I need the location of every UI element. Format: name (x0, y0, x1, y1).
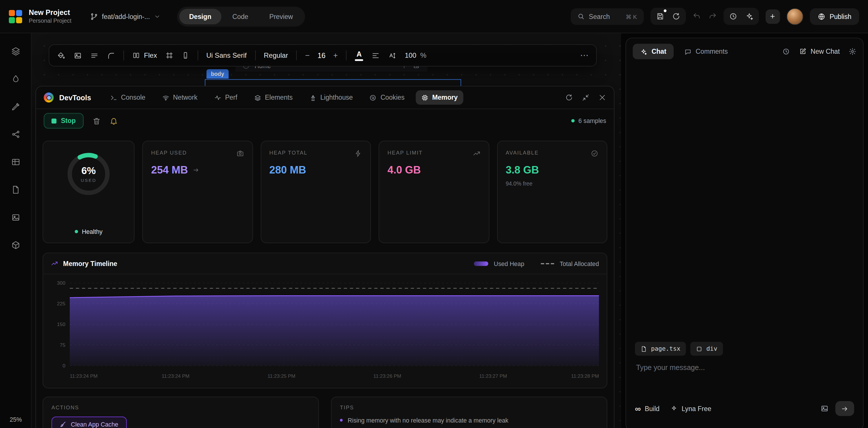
top-bar: New Project Personal Project feat/add-lo… (0, 0, 868, 33)
tab-chat[interactable]: Chat (632, 44, 673, 59)
selection-tag[interactable]: body (206, 69, 228, 79)
pen-icon (11, 102, 20, 111)
devtools-title: DevTools (59, 93, 91, 102)
camera-icon[interactable] (236, 150, 244, 158)
build-mode-selector[interactable]: ∞ Build (635, 404, 660, 413)
context-chip-page[interactable]: page.tsx (635, 342, 686, 355)
history-actions (692, 12, 717, 20)
image-tool-button[interactable] (73, 51, 82, 59)
text-color-swatch (355, 59, 363, 61)
check-circle-icon (591, 150, 598, 158)
usage-gauge: 6% USED (65, 150, 113, 198)
send-button[interactable] (835, 401, 854, 416)
list-tool-button[interactable] (90, 51, 98, 59)
text-color-button[interactable]: A (355, 50, 363, 61)
artboard-icon (165, 51, 173, 59)
opacity-unit: % (420, 51, 426, 59)
tab-cookies[interactable]: Cookies (364, 90, 410, 105)
gauge-percent: 6% (65, 165, 113, 177)
zoom-level[interactable]: 25% (0, 416, 32, 423)
publish-button[interactable]: Publish (810, 8, 859, 25)
model-selector[interactable]: Lyna Free (671, 405, 711, 412)
svg-text:0: 0 (63, 363, 65, 369)
tab-preview[interactable]: Preview (259, 9, 303, 24)
rail-assets-button[interactable] (11, 213, 20, 222)
tips-title: TIPS (340, 404, 598, 410)
context-chip-label: div (706, 345, 717, 352)
chat-settings-button[interactable] (848, 48, 856, 55)
save-icon (656, 12, 664, 20)
clear-button[interactable] (92, 117, 100, 125)
rail-components-button[interactable] (11, 130, 20, 139)
font-size-value[interactable]: 16 (317, 51, 326, 59)
tab-code[interactable]: Code (222, 9, 258, 24)
attach-image-button[interactable] (820, 404, 829, 413)
stop-button[interactable]: Stop (43, 113, 83, 129)
design-toolbar: Flex Ui Sans Serif Regular − 16 + (49, 44, 597, 66)
chat-composer: page.tsx div ∞ Build Lyna Free (626, 342, 863, 428)
artboard-tool-button[interactable] (165, 51, 173, 59)
font-size-decrease-button[interactable]: − (305, 51, 310, 60)
tab-memory[interactable]: Memory (415, 90, 463, 105)
font-weight-select[interactable]: Regular (264, 51, 288, 59)
logo-tile (9, 10, 15, 16)
chat-history-button[interactable] (782, 48, 790, 55)
layout-mode-control[interactable]: Flex (132, 51, 157, 59)
rail-fill-button[interactable] (11, 74, 20, 84)
devtools-collapse-button[interactable] (582, 94, 590, 102)
paint-droplet-icon (11, 74, 20, 84)
version-history-button[interactable] (729, 12, 737, 20)
tab-design[interactable]: Design (179, 9, 221, 24)
stat-value-text: 4.0 GB (388, 164, 421, 176)
clean-cache-button[interactable]: Clean App Cache (51, 417, 127, 428)
image-icon (820, 404, 829, 413)
close-icon (598, 94, 606, 102)
opacity-control[interactable]: 100 % (405, 51, 426, 59)
user-avatar[interactable] (786, 8, 803, 25)
flex-grid-icon (132, 51, 140, 59)
radius-tool-button[interactable] (107, 51, 115, 59)
rail-package-button[interactable] (11, 240, 20, 250)
device-tool-button[interactable] (181, 51, 189, 59)
new-chat-button[interactable]: New Chat (799, 48, 840, 55)
tab-lighthouse[interactable]: Lighthouse (304, 90, 358, 105)
context-chip-div[interactable]: div (690, 342, 723, 355)
rail-layers-button[interactable] (11, 47, 20, 56)
text-align-button[interactable] (371, 51, 380, 59)
design-canvas[interactable]: Home body (32, 33, 621, 428)
rail-table-button[interactable] (11, 158, 20, 167)
tab-console[interactable]: Console (104, 90, 151, 105)
stat-value: 4.0 GB (388, 164, 480, 176)
tab-network[interactable]: Network (156, 90, 203, 105)
devtools-refresh-button[interactable] (565, 94, 573, 102)
rail-pen-button[interactable] (11, 102, 20, 111)
branch-name: feat/add-login-... (102, 12, 150, 20)
layers-icon (11, 47, 20, 56)
stat-value: 280 MB (269, 164, 362, 176)
search-box[interactable]: Search ⌘ K (570, 8, 644, 25)
tab-comments[interactable]: Comments (677, 44, 735, 59)
save-button[interactable] (656, 12, 664, 20)
collapse-icon (582, 94, 590, 102)
fill-tool-button[interactable] (57, 51, 65, 59)
font-size-increase-button[interactable]: + (333, 51, 338, 60)
app-logo[interactable] (9, 10, 22, 23)
tab-elements[interactable]: Elements (248, 90, 298, 105)
ai-assist-button[interactable] (745, 12, 753, 20)
font-family-select[interactable]: Ui Sans Serif (206, 51, 247, 59)
more-options-button[interactable]: ⋯ (580, 50, 588, 60)
rail-pages-button[interactable] (11, 185, 20, 195)
add-button[interactable]: + (766, 9, 780, 24)
branch-selector[interactable]: feat/add-login-... (86, 9, 165, 24)
available-card: AVAILABLE 3.8 GB 94.0% free (497, 141, 608, 243)
message-input[interactable] (635, 363, 854, 372)
redo-button[interactable] (708, 12, 717, 20)
alerts-button[interactable] (110, 117, 118, 125)
undo-button[interactable] (692, 12, 701, 20)
letter-spacing-button[interactable] (388, 51, 396, 59)
git-branch-icon (90, 12, 98, 20)
devtools-close-button[interactable] (598, 94, 606, 102)
memory-chart[interactable]: 07515022530011:23:24 PM11:23:24 PM11:23:… (46, 276, 603, 388)
tab-perf[interactable]: Perf (208, 90, 243, 105)
refresh-button[interactable] (672, 12, 680, 20)
